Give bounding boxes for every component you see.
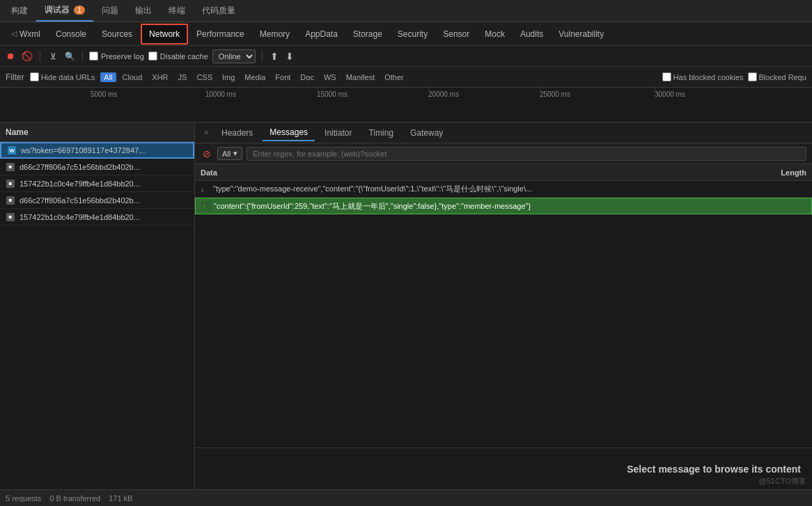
tab-codequality[interactable]: 代码质量 bbox=[194, 1, 244, 21]
filter-label: Filter bbox=[6, 72, 24, 82]
tab-output[interactable]: 输出 bbox=[127, 1, 160, 21]
request-item-req4[interactable]: ■ 157422b1c0c4e79ffb4e1d84bb20... bbox=[0, 209, 194, 226]
filter-other-button[interactable]: Other bbox=[381, 72, 407, 82]
preserve-log-checkbox[interactable]: Preserve log bbox=[89, 52, 144, 61]
filter-icon[interactable]: ⊻ bbox=[47, 50, 59, 63]
tab-vulnerability[interactable]: Vulnerability bbox=[552, 25, 611, 43]
subtab-headers[interactable]: Headers bbox=[214, 125, 260, 141]
detail-sub-tabs: ✕ Headers Messages Initiator Timing Gate… bbox=[195, 122, 812, 143]
tab-audits[interactable]: Audits bbox=[513, 25, 550, 43]
timeline-area: 5000 ms 10000 ms 15000 ms 20000 ms 25000… bbox=[0, 88, 812, 122]
request-name-req2: 157422b1c0c4e79ffb4e1d84bb20... bbox=[19, 180, 189, 188]
timeline-mark-5: 25000 ms bbox=[540, 90, 570, 98]
filter-cloud-button[interactable]: Cloud bbox=[119, 72, 146, 82]
tab-network[interactable]: Network bbox=[141, 24, 188, 45]
tab-terminal[interactable]: 终端 bbox=[160, 1, 194, 21]
request-item-req1[interactable]: ■ d66c27ff806a7c51e56bbd2b402b... bbox=[0, 159, 194, 175]
messages-table-header: Data Length bbox=[195, 164, 812, 181]
toolbar-separator-2 bbox=[82, 51, 83, 62]
record-button[interactable]: ⏺ bbox=[4, 50, 17, 63]
filter-css-button[interactable]: CSS bbox=[193, 72, 216, 82]
status-bar: 5 requests 0 B transferred 171 kB bbox=[0, 489, 812, 506]
messages-block-button[interactable]: ⊘ bbox=[201, 148, 213, 160]
blocked-area: Has blocked cookies Blocked Requ bbox=[662, 72, 806, 81]
arrow-up-icon: ↑ bbox=[201, 201, 211, 211]
top-tab-bar: 构建 调试器 1 问题 输出 终端 代码质量 bbox=[0, 0, 812, 22]
disable-cache-checkbox[interactable]: Disable cache bbox=[148, 52, 208, 61]
message-row-1[interactable]: ↓ "type":"demo-message-receive","content… bbox=[195, 181, 812, 198]
timeline-mark-4: 20000 ms bbox=[428, 90, 459, 98]
tab-console[interactable]: Console bbox=[49, 25, 93, 43]
tab-appdata[interactable]: AppData bbox=[298, 25, 345, 43]
select-message-area: Select message to browse its content bbox=[195, 448, 812, 489]
request-list-header: Name bbox=[0, 122, 194, 142]
message-row-2[interactable]: ↑ "content":{"fromUserId":259,"text":"马上… bbox=[195, 198, 812, 214]
name-column-header: Name bbox=[6, 127, 189, 137]
request-name-ws1: ws?token=66971089117e4372847... bbox=[21, 146, 187, 155]
filter-manifest-button[interactable]: Manifest bbox=[343, 72, 379, 82]
watermark: @51CTO博客 bbox=[759, 476, 806, 487]
subtab-messages[interactable]: Messages bbox=[263, 125, 315, 141]
request-item-req3[interactable]: ■ d66c27ff806a7c51e56bbd2b402b... bbox=[0, 192, 194, 209]
tab-mock[interactable]: Mock bbox=[478, 25, 512, 43]
timeline-mark-1: 5000 ms bbox=[91, 90, 117, 98]
main-content-area: Name W ws?token=66971089117e4372847... ■… bbox=[0, 122, 812, 489]
network-throttle-select[interactable]: Online bbox=[212, 49, 256, 63]
request-item-req2[interactable]: ■ 157422b1c0c4e79ffb4e1d84bb20... bbox=[0, 175, 194, 192]
clear-button[interactable]: 🚫 bbox=[21, 50, 33, 63]
req-icon-3: ■ bbox=[6, 196, 15, 205]
timeline-mark-2: 10000 ms bbox=[205, 90, 236, 98]
request-name-req3: d66c27ff806a7c51e56bbd2b402b... bbox=[19, 196, 189, 205]
filter-js-button[interactable]: JS bbox=[175, 72, 191, 82]
requests-count: 5 requests bbox=[6, 494, 41, 503]
request-name-req4: 157422b1c0c4e79ffb4e1d84bb20... bbox=[19, 213, 189, 221]
request-name-req1: d66c27ff806a7c51e56bbd2b402b... bbox=[19, 163, 189, 171]
data-column-header: Data bbox=[201, 168, 751, 177]
filter-ws-button[interactable]: WS bbox=[320, 72, 340, 82]
messages-table: Data Length ↓ "type":"demo-message-recei… bbox=[195, 164, 812, 448]
messages-search-input[interactable] bbox=[247, 147, 806, 161]
arrow-down-icon: ↓ bbox=[201, 185, 210, 193]
panel-close-button[interactable]: ✕ bbox=[201, 129, 212, 136]
tab-debugger[interactable]: 调试器 1 bbox=[36, 0, 93, 22]
message-data-2: "content":{"fromUserId":259,"text":"马上就是… bbox=[214, 201, 750, 212]
tab-memory[interactable]: Memory bbox=[253, 25, 297, 43]
timeline-mark-3: 15000 ms bbox=[317, 90, 348, 98]
right-detail-panel: ✕ Headers Messages Initiator Timing Gate… bbox=[195, 122, 812, 489]
filter-media-button[interactable]: Media bbox=[241, 72, 269, 82]
filter-img-button[interactable]: Img bbox=[219, 72, 238, 82]
subtab-gateway[interactable]: Gateway bbox=[403, 125, 450, 141]
menu-tab-bar: ◁ Wxml Console Sources Network Performan… bbox=[0, 22, 812, 46]
has-blocked-cookies-checkbox[interactable]: Has blocked cookies bbox=[662, 72, 744, 81]
search-icon[interactable]: 🔍 bbox=[63, 50, 76, 63]
blocked-requ-checkbox[interactable]: Blocked Requ bbox=[748, 72, 807, 81]
filter-type-buttons: All Cloud XHR JS CSS Img Media Font Doc … bbox=[100, 72, 407, 82]
filter-font-button[interactable]: Font bbox=[272, 72, 294, 82]
filter-all-button[interactable]: All bbox=[100, 72, 116, 82]
tab-storage[interactable]: Storage bbox=[346, 25, 389, 43]
subtab-initiator[interactable]: Initiator bbox=[318, 125, 359, 141]
upload-icon[interactable]: ⬆ bbox=[269, 49, 280, 63]
tab-wxml[interactable]: ◁ Wxml bbox=[4, 25, 47, 43]
tab-sources[interactable]: Sources bbox=[95, 25, 139, 43]
download-icon[interactable]: ⬇ bbox=[284, 49, 295, 63]
toolbar-separator-1 bbox=[40, 51, 40, 62]
ws-icon: W bbox=[7, 145, 17, 155]
length-column-header: Length bbox=[751, 168, 806, 177]
request-item-ws1[interactable]: W ws?token=66971089117e4372847... bbox=[0, 142, 194, 159]
tab-issues[interactable]: 问题 bbox=[93, 1, 127, 21]
req-icon-4: ■ bbox=[6, 212, 15, 222]
filter-bar: Filter Hide data URLs All Cloud XHR JS C… bbox=[0, 67, 812, 88]
tab-build[interactable]: 构建 bbox=[3, 1, 36, 21]
tab-security[interactable]: Security bbox=[391, 25, 435, 43]
tab-sensor[interactable]: Sensor bbox=[436, 25, 476, 43]
toolbar-separator-3 bbox=[262, 51, 263, 62]
tab-performance[interactable]: Performance bbox=[189, 25, 251, 43]
subtab-timing[interactable]: Timing bbox=[361, 125, 400, 141]
filter-xhr-button[interactable]: XHR bbox=[148, 72, 171, 82]
filter-doc-button[interactable]: Doc bbox=[297, 72, 318, 82]
messages-type-select[interactable]: All ▾ bbox=[217, 147, 242, 160]
hide-data-urls-checkbox[interactable]: Hide data URLs bbox=[30, 72, 95, 81]
select-message-text: Select message to browse its content bbox=[627, 464, 801, 475]
req-icon-1: ■ bbox=[6, 162, 15, 172]
